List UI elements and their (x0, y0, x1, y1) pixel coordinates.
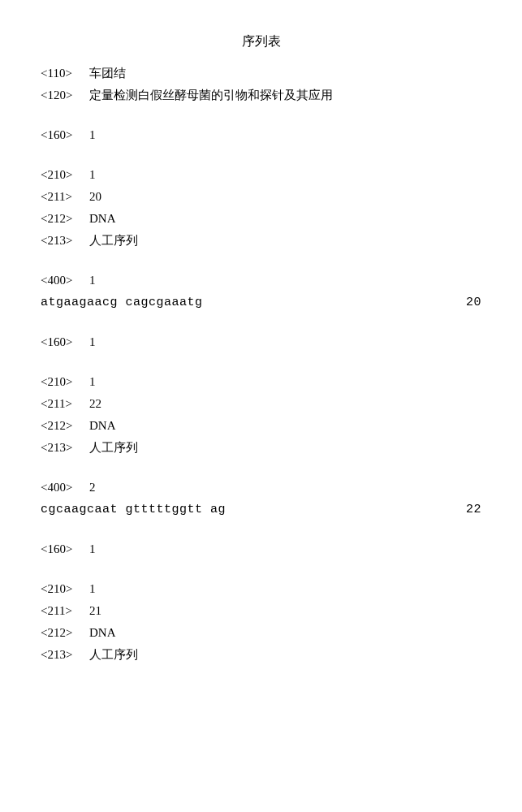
sequence-text: cgcaagcaat gtttttggtt ag (41, 501, 449, 518)
val-211: 20 (89, 188, 481, 205)
val-212: DNA (89, 210, 481, 227)
tag-400: <400> (41, 272, 89, 289)
val-212: DNA (89, 417, 481, 434)
val-211: 22 (89, 395, 481, 412)
field-400: <400> 2 (41, 479, 481, 496)
tag-211: <211> (41, 603, 89, 620)
sequence-length: 22 (449, 501, 481, 518)
val-160: 1 (89, 541, 481, 558)
val-400: 2 (89, 479, 481, 496)
tag-212: <212> (41, 210, 89, 227)
tag-211: <211> (41, 395, 89, 412)
tag-160: <160> (41, 127, 89, 144)
val-210: 1 (89, 581, 481, 598)
field-211: <211> 20 (41, 188, 481, 205)
field-160: <160> 1 (41, 541, 481, 558)
tag-213: <213> (41, 232, 89, 249)
field-160: <160> 1 (41, 334, 481, 351)
field-213: <213> 人工序列 (41, 646, 481, 663)
tag-210: <210> (41, 374, 89, 391)
document-title: 序列表 (41, 32, 481, 50)
val-210: 1 (89, 166, 481, 184)
field-212: <212> DNA (41, 417, 481, 434)
field-210: <210> 1 (41, 374, 481, 391)
val-211: 21 (89, 603, 481, 620)
sequence-row: cgcaagcaat gtttttggtt ag 22 (41, 501, 481, 518)
field-212: <212> DNA (41, 210, 481, 227)
field-213: <213> 人工序列 (41, 439, 481, 456)
field-211: <211> 21 (41, 603, 481, 620)
tag-211: <211> (41, 188, 89, 205)
tag-213: <213> (41, 646, 89, 663)
field-210: <210> 1 (41, 581, 481, 598)
val-210: 1 (89, 374, 481, 391)
tag-120: <120> (41, 87, 89, 104)
val-120: 定量检测白假丝酵母菌的引物和探针及其应用 (89, 87, 481, 104)
tag-160: <160> (41, 541, 89, 558)
tag-400: <400> (41, 479, 89, 496)
field-213: <213> 人工序列 (41, 232, 481, 249)
val-400: 1 (89, 272, 481, 289)
field-160: <160> 1 (41, 127, 481, 144)
val-160: 1 (89, 334, 481, 351)
tag-212: <212> (41, 417, 89, 434)
sequence-row: atgaagaacg cagcgaaatg 20 (41, 294, 481, 311)
field-110: <110> 车团结 (41, 65, 481, 82)
val-213: 人工序列 (89, 232, 481, 249)
tag-212: <212> (41, 624, 89, 641)
tag-210: <210> (41, 581, 89, 598)
field-211: <211> 22 (41, 395, 481, 412)
field-210: <210> 1 (41, 166, 481, 184)
field-212: <212> DNA (41, 624, 481, 641)
sequence-length: 20 (449, 294, 481, 311)
tag-110: <110> (41, 65, 89, 82)
tag-210: <210> (41, 166, 89, 184)
val-160: 1 (89, 127, 481, 144)
val-212: DNA (89, 624, 481, 641)
tag-160: <160> (41, 334, 89, 351)
field-400: <400> 1 (41, 272, 481, 289)
sequence-text: atgaagaacg cagcgaaatg (41, 294, 449, 311)
val-110: 车团结 (89, 65, 481, 82)
val-213: 人工序列 (89, 646, 481, 663)
val-213: 人工序列 (89, 439, 481, 456)
field-120: <120> 定量检测白假丝酵母菌的引物和探针及其应用 (41, 87, 481, 104)
tag-213: <213> (41, 439, 89, 456)
